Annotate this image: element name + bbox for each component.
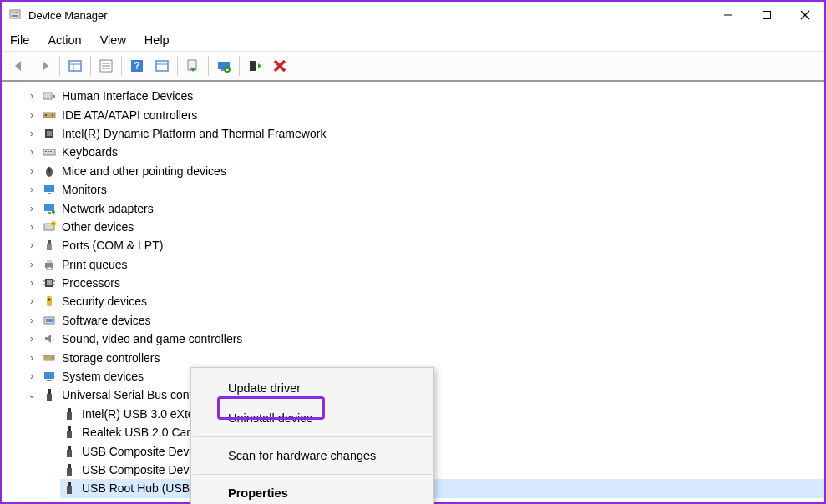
- chevron-right-icon[interactable]: ›: [27, 239, 37, 251]
- ctx-properties[interactable]: Properties: [191, 478, 433, 504]
- enable-device-button[interactable]: [243, 54, 266, 78]
- tree-node[interactable]: ›Human Interface Devices: [27, 87, 824, 105]
- scan-hardware-button[interactable]: [212, 54, 236, 78]
- svg-text:?: ?: [53, 221, 55, 226]
- tree-node[interactable]: ›Processors: [27, 274, 824, 292]
- tree-label: Software devices: [62, 314, 151, 327]
- tree-child[interactable]: USB Composite Dev: [60, 461, 824, 479]
- keyboard-icon: [42, 144, 57, 159]
- mouse-icon: [42, 164, 57, 179]
- tree-label: Security devices: [62, 295, 147, 308]
- svg-rect-74: [68, 464, 71, 468]
- chevron-right-icon[interactable]: ›: [27, 352, 37, 364]
- tree-node[interactable]: ›Sound, video and game controllers: [27, 330, 824, 348]
- chevron-right-icon[interactable]: ›: [27, 90, 37, 102]
- svg-rect-2: [15, 12, 18, 13]
- back-button[interactable]: [8, 54, 31, 78]
- svg-rect-70: [68, 426, 71, 431]
- uninstall-device-button[interactable]: [268, 54, 291, 78]
- svg-point-29: [45, 114, 47, 116]
- ide-icon: [42, 108, 57, 123]
- tree-label: Mice and other pointing devices: [62, 164, 226, 178]
- svg-point-63: [52, 357, 53, 359]
- tree-node[interactable]: ›Ports (COM & LPT): [27, 236, 824, 255]
- menu-help[interactable]: Help: [143, 32, 171, 48]
- svg-rect-20: [218, 62, 230, 69]
- chevron-right-icon[interactable]: ›: [27, 315, 37, 326]
- ctx-uninstall-device[interactable]: Uninstall device: [191, 403, 433, 433]
- tree-label: USB Composite Dev: [82, 445, 189, 458]
- svg-rect-42: [48, 212, 51, 214]
- chevron-right-icon[interactable]: ›: [27, 295, 37, 307]
- maximize-button[interactable]: [747, 2, 786, 28]
- security-icon: [42, 294, 57, 309]
- show-hide-console-button[interactable]: [63, 54, 87, 78]
- tree-child[interactable]: Realtek USB 2.0 Card: [60, 423, 824, 441]
- app-icon: [8, 8, 22, 22]
- tree-label: System devices: [62, 370, 144, 383]
- action-button[interactable]: [150, 54, 174, 78]
- tree-node[interactable]: ›Keyboards: [27, 143, 824, 161]
- svg-rect-39: [44, 185, 54, 192]
- usb-icon: [63, 426, 75, 439]
- tree-label: Realtek USB 2.0 Card: [82, 426, 197, 439]
- ctx-update-driver[interactable]: Update driver: [191, 373, 433, 403]
- chevron-right-icon[interactable]: ›: [27, 109, 37, 121]
- update-driver-button[interactable]: [181, 54, 205, 78]
- svg-rect-26: [43, 93, 52, 99]
- svg-rect-35: [48, 151, 49, 152]
- chevron-right-icon[interactable]: ›: [27, 370, 37, 382]
- svg-rect-3: [12, 15, 18, 17]
- tree-label: USB Composite Dev: [82, 463, 189, 476]
- tree-label: Monitors: [62, 183, 107, 196]
- tree-child[interactable]: USB Composite Dev: [60, 441, 824, 460]
- minimize-button[interactable]: [709, 2, 747, 28]
- tree-node[interactable]: ›Storage controllers: [27, 348, 824, 366]
- svg-point-59: [48, 299, 51, 301]
- tree-node[interactable]: ›Print queues: [27, 255, 824, 274]
- tree-label: Processors: [62, 276, 120, 290]
- tree-label: Ports (COM & LPT): [62, 239, 163, 252]
- chevron-right-icon[interactable]: ›: [27, 165, 37, 177]
- svg-rect-76: [68, 482, 71, 486]
- svg-rect-0: [10, 10, 20, 18]
- chevron-right-icon[interactable]: ›: [27, 203, 37, 214]
- forward-button[interactable]: [33, 54, 56, 78]
- chevron-right-icon[interactable]: ›: [27, 277, 37, 289]
- tree-node[interactable]: ›Security devices: [27, 292, 824, 310]
- tree-node[interactable]: ›Network adapters: [27, 199, 824, 217]
- properties-button[interactable]: [94, 54, 118, 78]
- svg-rect-72: [68, 446, 71, 450]
- tree-node[interactable]: ›Mice and other pointing devices: [27, 162, 824, 180]
- menu-file[interactable]: File: [8, 32, 31, 48]
- network-icon: [42, 201, 57, 216]
- svg-rect-67: [47, 394, 52, 401]
- help-button[interactable]: ?: [125, 54, 149, 78]
- tree-child[interactable]: Intel(R) USB 3.0 eXte: [60, 405, 824, 423]
- ctx-scan-hardware[interactable]: Scan for hardware changes: [191, 441, 433, 471]
- svg-rect-47: [48, 240, 51, 244]
- tree-node[interactable]: ›IDE ATA/ATAPI controllers: [27, 105, 824, 123]
- tree-node[interactable]: ›?Other devices: [27, 218, 824, 236]
- close-button[interactable]: [786, 2, 824, 28]
- svg-point-30: [52, 114, 53, 116]
- menu-view[interactable]: View: [99, 32, 128, 48]
- tree-node[interactable]: ›Software devices: [27, 311, 824, 330]
- menu-action[interactable]: Action: [46, 32, 83, 48]
- svg-rect-32: [47, 131, 52, 136]
- chevron-right-icon[interactable]: ›: [27, 146, 37, 158]
- chevron-right-icon[interactable]: ›: [27, 221, 37, 233]
- menubar: File Action View Help: [2, 28, 824, 52]
- chevron-right-icon[interactable]: ›: [27, 259, 37, 270]
- chevron-down-icon[interactable]: ⌄: [27, 389, 37, 401]
- tree-node[interactable]: ›Intel(R) Dynamic Platform and Thermal F…: [27, 124, 824, 143]
- svg-rect-71: [67, 431, 72, 438]
- chevron-right-icon[interactable]: ›: [27, 184, 37, 195]
- svg-rect-48: [47, 244, 52, 250]
- tree-child[interactable]: USB Root Hub (USB 3.0): [60, 479, 824, 497]
- tree-node[interactable]: ›Monitors: [27, 180, 824, 199]
- usb-icon: [42, 387, 57, 402]
- chevron-right-icon[interactable]: ›: [27, 128, 37, 139]
- chevron-right-icon[interactable]: ›: [27, 333, 37, 345]
- usb-icon: [63, 463, 75, 476]
